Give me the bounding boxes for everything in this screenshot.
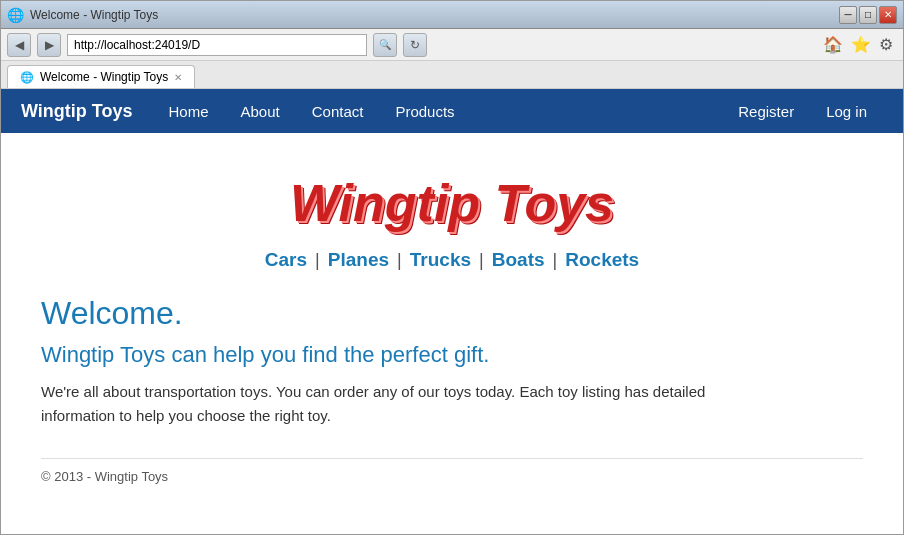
nav-home[interactable]: Home [153, 93, 225, 130]
maximize-button[interactable]: □ [859, 6, 877, 24]
nav-links: Home About Contact Products [153, 93, 471, 130]
cat-rockets[interactable]: Rockets [565, 249, 639, 270]
cat-sep-4: | [553, 250, 558, 270]
toolbar-icons: 🏠 ⭐ ⚙ [823, 35, 897, 54]
title-bar-buttons[interactable]: ─ □ ✕ [839, 6, 897, 24]
category-links: Cars | Planes | Trucks | Boats | Rockets [41, 249, 863, 271]
cat-boats[interactable]: Boats [492, 249, 545, 270]
settings-icon[interactable]: ⚙ [879, 35, 893, 54]
favorites-icon[interactable]: ⭐ [851, 35, 871, 54]
footer-divider [41, 458, 863, 459]
active-tab[interactable]: 🌐 Welcome - Wingtip Toys ✕ [7, 65, 195, 88]
nav-contact[interactable]: Contact [296, 93, 380, 130]
nav-about[interactable]: About [225, 93, 296, 130]
cat-cars[interactable]: Cars [265, 249, 307, 270]
tab-title: Welcome - Wingtip Toys [40, 70, 168, 84]
browser-window: 🌐 Welcome - Wingtip Toys ─ □ ✕ ◀ ▶ 🔍 ↻ 🏠… [0, 0, 904, 535]
welcome-subheading: Wingtip Toys can help you find the perfe… [41, 342, 863, 368]
main-content: Wingtip Toys Cars | Planes | Trucks | Bo… [1, 133, 903, 513]
tab-close-button[interactable]: ✕ [174, 72, 182, 83]
cat-sep-2: | [397, 250, 402, 270]
address-input[interactable] [67, 34, 367, 56]
search-button[interactable]: 🔍 [373, 33, 397, 57]
cat-sep-1: | [315, 250, 320, 270]
refresh-button[interactable]: ↻ [403, 33, 427, 57]
tab-bar: 🌐 Welcome - Wingtip Toys ✕ [1, 61, 903, 89]
footer-text: © 2013 - Wingtip Toys [41, 469, 863, 484]
window-title: Welcome - Wingtip Toys [30, 8, 158, 22]
nav-register[interactable]: Register [722, 93, 810, 130]
back-button[interactable]: ◀ [7, 33, 31, 57]
nav-products[interactable]: Products [379, 93, 470, 130]
title-bar: 🌐 Welcome - Wingtip Toys ─ □ ✕ [1, 1, 903, 29]
site-brand[interactable]: Wingtip Toys [21, 101, 133, 122]
tab-icon: 🌐 [20, 71, 34, 84]
browser-icon: 🌐 [7, 7, 24, 23]
title-bar-left: 🌐 Welcome - Wingtip Toys [7, 7, 158, 23]
cat-planes[interactable]: Planes [328, 249, 389, 270]
site-title: Wingtip Toys [41, 173, 863, 233]
minimize-button[interactable]: ─ [839, 6, 857, 24]
home-icon[interactable]: 🏠 [823, 35, 843, 54]
forward-button[interactable]: ▶ [37, 33, 61, 57]
welcome-heading: Welcome. [41, 295, 863, 332]
address-bar: ◀ ▶ 🔍 ↻ 🏠 ⭐ ⚙ [1, 29, 903, 61]
nav-login[interactable]: Log in [810, 93, 883, 130]
nav-right: Register Log in [722, 93, 883, 130]
welcome-body: We're all about transportation toys. You… [41, 380, 761, 428]
cat-sep-3: | [479, 250, 484, 270]
site-nav: Wingtip Toys Home About Contact Products… [1, 89, 903, 133]
close-button[interactable]: ✕ [879, 6, 897, 24]
cat-trucks[interactable]: Trucks [410, 249, 471, 270]
